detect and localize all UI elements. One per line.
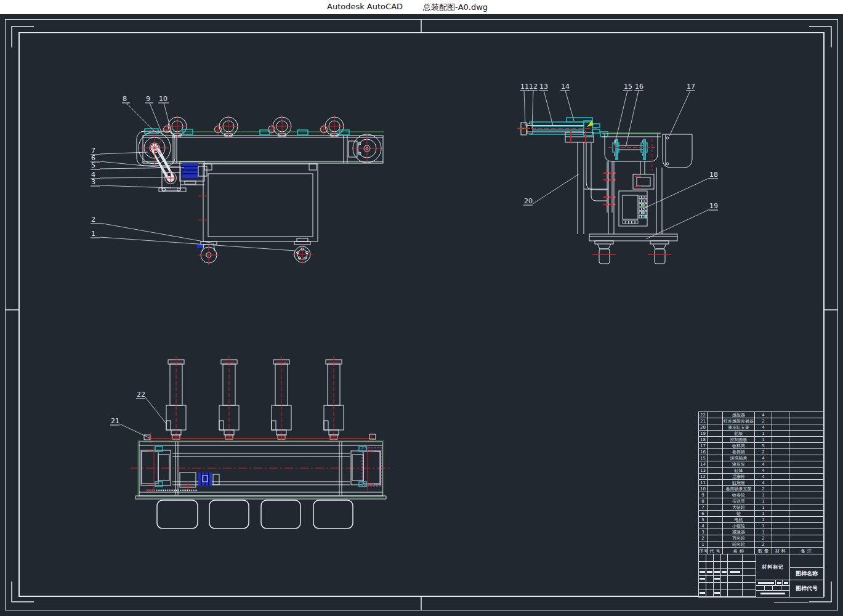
bom-cell [708,486,723,492]
bom-row: 14液压泵4 [699,461,823,468]
bom-row: 9收卷轮1 [699,492,823,498]
bom-cell: 1 [755,498,772,505]
bom-row: 2万向轮2 [699,535,823,541]
panel-button[interactable] [639,196,641,199]
bom-cell: 6 [699,511,708,517]
bom-cell [708,431,723,437]
panel-button[interactable] [632,221,635,224]
panel-button[interactable] [639,211,641,214]
panel-button[interactable] [642,211,644,214]
bom-cell: 2 [755,535,772,541]
panel-button[interactable] [642,196,644,199]
title-block-cell [743,590,756,598]
title-block-cell [714,583,721,590]
title-block-cell [706,576,714,583]
bom-cell: 收卷轮 [723,492,755,498]
leader-line [544,91,553,126]
bom-cell [708,412,723,418]
bom-cell: 缸底座 [723,480,755,486]
bom-cell: 小链轮 [723,523,755,529]
panel-button[interactable] [645,211,647,214]
bom-row: 16卷筒轴2 [699,449,823,455]
leader-line [532,91,533,128]
title-block-cell [706,590,714,598]
title-block-cell [728,562,743,569]
tail-pulley [349,134,381,163]
panel-button[interactable] [639,204,641,207]
panel-button[interactable] [623,221,625,224]
panel-button[interactable] [639,208,641,211]
bom-cell: 5 [755,443,772,449]
bom-cell: 电机 [723,517,755,523]
callout-label: 6 [91,154,95,162]
bom-header-cell: 序号 [699,548,708,554]
bom-cell [789,461,823,468]
leader-line [615,91,627,145]
bom-cell: 1 [755,505,772,511]
bom-cell [708,461,723,468]
bom-cell [708,541,723,548]
bom-cell: 1 [755,511,772,517]
callout-label: 5 [91,161,95,169]
bom-cell [708,443,723,449]
panel-button[interactable] [629,221,631,224]
panel-button[interactable] [642,200,644,203]
bom-cell: 22 [699,412,708,418]
bom-row: 19轮板1 [699,431,823,437]
control-panel[interactable] [619,191,647,226]
bom-rows: 22感应器421红外感应发射器220液压缸支架419轮板118控制面板117收料… [699,412,823,548]
bom-cell: 4 [755,424,772,431]
panel-button[interactable] [635,221,638,224]
bom-cell [772,486,789,492]
panel-button[interactable] [645,196,647,199]
panel-button[interactable] [639,200,641,203]
bom-cell [708,418,723,424]
bom-row: 10卷筒轴承支架2 [699,486,823,492]
bom-cell [789,511,823,517]
bom-cell [772,443,789,449]
title-block-grid [699,554,756,597]
title-block-cell [721,562,728,569]
title-block-cell [728,576,743,583]
bom-cell: 2 [755,449,772,455]
panel-button[interactable] [645,200,647,203]
callout-label: 1 [91,230,95,238]
bom-cell [772,498,789,505]
panel-button[interactable] [639,216,641,219]
bom-cell: 4 [755,480,772,486]
callout-label: 20 [524,197,533,205]
callout-label: 7 [91,147,95,155]
leader-line [524,91,525,126]
title-block-cell [699,569,706,576]
bom-cell [772,474,789,480]
bom-cell: 13 [699,468,708,474]
callout-label: 8 [123,95,127,103]
panel-button[interactable] [642,204,644,207]
panel-button[interactable] [645,216,647,219]
title-block-cell [699,562,706,569]
bom-cell: 液压泵 [723,461,755,468]
bom-cell [789,486,823,492]
panel-button[interactable] [645,204,647,207]
callout-label: 10 [159,95,167,103]
bom-cell: 9 [699,492,708,498]
bom-cell: 17 [699,443,708,449]
callout-label: 12 [529,83,538,91]
hydraulic-cylinder [517,118,608,144]
title-block-marks [756,580,789,586]
bom-cell: 轮板 [723,431,755,437]
bom-cell [789,455,823,461]
app-title: Autodesk AutoCAD [327,2,403,11]
panel-button[interactable] [642,216,644,219]
title-block-cell [699,576,706,583]
bom-cell [708,474,723,480]
bom-row: 4小链轮1 [699,523,823,529]
bom-row: 20液压缸支架4 [699,424,823,431]
bom-cell [789,498,823,505]
title-block-cell [706,554,714,562]
right-caster [292,238,313,264]
panel-button[interactable] [626,221,628,224]
title-block-cell [714,562,721,569]
leader-line [100,168,184,169]
bom-cell: 4 [755,455,772,461]
